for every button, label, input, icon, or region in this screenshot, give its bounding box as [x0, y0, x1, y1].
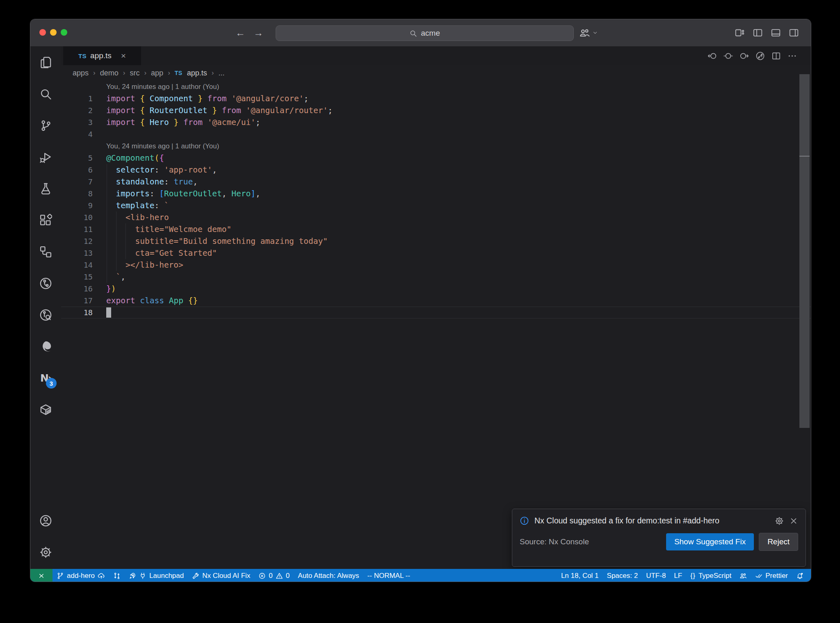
info-icon — [520, 516, 529, 525]
rocket-icon — [129, 572, 136, 580]
status-encoding[interactable]: UTF-8 — [642, 569, 670, 582]
status-remote-indicator[interactable] — [30, 569, 52, 582]
status-text: Nx Cloud AI Fix — [202, 572, 250, 580]
code-line-6: 6 selector: 'app-root', — [30, 164, 811, 176]
status-nx-cloud-ai-fix[interactable]: Nx Cloud AI Fix — [188, 569, 254, 582]
status-text: TypeScript — [698, 572, 731, 580]
zoom-button[interactable] — [61, 29, 67, 36]
code-line-5: 5@Component({ — [30, 152, 811, 164]
breadcrumb-item-app[interactable]: app — [151, 69, 163, 77]
status-problems[interactable]: 00 — [254, 569, 294, 582]
activity-bar-item-testing[interactable] — [30, 173, 61, 205]
status-branch-add-hero[interactable]: add-hero — [52, 569, 109, 582]
activity-bar-item-project-hierarchy[interactable] — [30, 236, 61, 268]
notification-close-icon[interactable] — [789, 516, 798, 525]
wrench-icon — [192, 572, 199, 580]
status-bar: add-heroLaunchpadNx Cloud AI Fix00Auto A… — [30, 569, 811, 582]
notification-settings-icon[interactable] — [775, 516, 784, 525]
code-line-13: 13 cta="Get Started" — [30, 247, 811, 259]
layout-panel-icon[interactable] — [770, 28, 781, 38]
activity-bar-item-run-and-debug[interactable] — [30, 141, 61, 173]
code-line-8: 8 imports: [RouterOutlet, Hero], — [30, 188, 811, 200]
status-language-mode[interactable]: {}TypeScript — [686, 569, 735, 582]
source-control-icon — [39, 119, 52, 132]
history-forward-icon[interactable]: → — [253, 27, 263, 39]
status-git-compare[interactable] — [109, 569, 125, 582]
activity-bar-item-settings[interactable] — [30, 537, 61, 568]
activity-bar-item-source-control[interactable] — [30, 110, 61, 141]
code-line-14: 14 ></lib-hero> — [30, 259, 811, 271]
git-branch-icon — [57, 572, 64, 580]
activity-bar-item-nx-console[interactable]: N›3 — [30, 362, 61, 394]
search-icon — [409, 30, 417, 37]
status-text: 0 — [269, 572, 272, 580]
activity-bar-item-commit-search[interactable] — [30, 299, 61, 331]
notification-toast: Nx Cloud suggested a fix for demo:test i… — [512, 509, 806, 567]
activity-bar-item-containers[interactable] — [30, 394, 61, 425]
customize-layout-icon[interactable] — [734, 28, 745, 38]
status-text: UTF-8 — [646, 572, 666, 580]
indent-guide — [126, 223, 126, 259]
layout-sidebar-right-icon[interactable] — [788, 28, 799, 38]
breadcrumb-overflow[interactable]: ... — [218, 69, 224, 77]
settings-icon — [39, 546, 52, 559]
project-hierarchy-icon — [39, 246, 52, 258]
minimize-button[interactable] — [50, 29, 57, 36]
badge: 3 — [46, 378, 57, 389]
breadcrumb-file[interactable]: app.ts — [187, 69, 207, 77]
error-icon — [258, 572, 266, 580]
tab-close-icon[interactable]: × — [121, 51, 126, 61]
nav-back-icon[interactable] — [708, 51, 717, 61]
text-cursor — [106, 307, 111, 318]
breadcrumb-item-demo[interactable]: demo — [100, 69, 119, 77]
git-blame-annotation: You, 24 minutes ago | 1 author (You) — [30, 140, 811, 152]
status-live-share[interactable] — [735, 569, 751, 582]
breadcrumb-item-apps[interactable]: apps — [73, 69, 89, 77]
chevron-down-icon — [592, 30, 598, 36]
indent-guide — [116, 211, 116, 271]
status-eol-sequence[interactable]: LF — [670, 569, 686, 582]
tab-label: app.ts — [90, 51, 112, 60]
status-text: Auto Attach: Always — [298, 572, 359, 580]
reject-button[interactable]: Reject — [759, 533, 798, 551]
breadcrumb-item-src[interactable]: src — [130, 69, 139, 77]
typescript-file-icon: TS — [78, 52, 87, 59]
status-text: Prettier — [765, 572, 788, 580]
tab-bar: TS app.ts × — [30, 46, 811, 65]
status-notifications-bell[interactable] — [792, 569, 808, 582]
status-indentation[interactable]: Spaces: 2 — [603, 569, 642, 582]
status-auto-attach[interactable]: Auto Attach: Always — [294, 569, 363, 582]
status-launchpad[interactable]: Launchpad — [125, 569, 188, 582]
split-editor-icon[interactable] — [772, 51, 781, 61]
history-back-icon[interactable]: ← — [235, 27, 245, 39]
status-cursor-position[interactable]: Ln 18, Col 1 — [557, 569, 603, 582]
profiles-menu[interactable] — [579, 19, 598, 46]
activity-bar-item-edge-devtools[interactable] — [30, 331, 61, 362]
status-text: Launchpad — [149, 572, 184, 580]
activity-bar-item-search[interactable] — [30, 78, 61, 110]
activity-bar-item-extensions[interactable] — [30, 205, 61, 236]
vscode-window: ← → acme TS app.ts × apps›demo›src›app›T… — [30, 19, 811, 582]
breadcrumb-separator: › — [168, 69, 170, 77]
layout-sidebar-left-icon[interactable] — [752, 28, 763, 38]
activity-bar-item-explorer[interactable] — [30, 47, 61, 78]
code-editor[interactable]: You, 24 minutes ago | 1 author (You)1imp… — [30, 81, 811, 569]
show-suggested-fix-button[interactable]: Show Suggested Fix — [666, 533, 754, 550]
activity-bar-item-accounts[interactable] — [30, 505, 61, 537]
timeline-icon[interactable] — [724, 51, 733, 61]
nav-forward-icon[interactable] — [740, 51, 749, 61]
breadcrumb-separator: › — [212, 69, 214, 77]
close-button[interactable] — [39, 29, 46, 36]
graph-run-icon[interactable] — [756, 51, 765, 61]
scrollbar[interactable] — [799, 74, 810, 428]
compare-icon — [113, 572, 121, 580]
status-vim-mode[interactable]: -- NORMAL -- — [363, 569, 414, 582]
command-center-search[interactable]: acme — [276, 25, 574, 41]
activity-bar-item-git-graph[interactable] — [30, 268, 61, 299]
tab-app-ts[interactable]: TS app.ts × — [63, 46, 141, 65]
remote-icon — [38, 572, 45, 580]
more-icon[interactable] — [788, 51, 797, 61]
run-and-debug-icon — [39, 151, 52, 164]
people-icon — [579, 27, 590, 39]
status-formatter-prettier[interactable]: Prettier — [751, 569, 792, 582]
